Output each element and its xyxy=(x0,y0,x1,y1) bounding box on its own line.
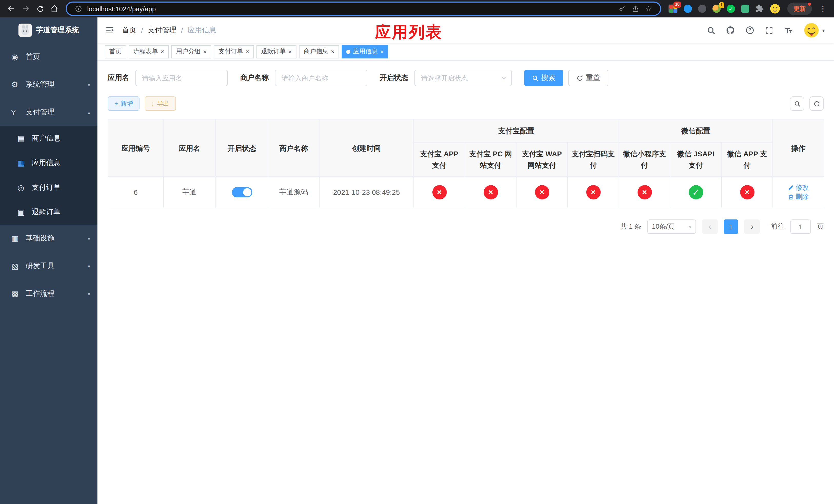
page-unit-label: 页 xyxy=(817,222,824,231)
browser-forward-icon[interactable] xyxy=(19,2,33,16)
merchant-name-input[interactable] xyxy=(275,70,367,86)
search-button[interactable]: 搜索 xyxy=(524,70,563,86)
tab-user-group[interactable]: 用户分组× xyxy=(171,45,211,58)
password-key-icon[interactable] xyxy=(615,5,629,12)
browser-home-icon[interactable] xyxy=(47,2,62,16)
tab-pay-order[interactable]: 支付订单× xyxy=(214,45,254,58)
status-toggle[interactable] xyxy=(232,187,252,198)
browser-menu-kebab-icon[interactable]: ⋮ xyxy=(816,4,830,13)
sidebar-item-refund-order[interactable]: ▣ 退款订单 xyxy=(0,200,97,225)
tab-close-icon[interactable]: × xyxy=(160,48,164,54)
add-button[interactable]: + 新增 xyxy=(108,96,139,111)
sidebar-item-system[interactable]: ⚙ 系统管理 ▾ xyxy=(0,71,97,98)
app-logo xyxy=(19,24,32,37)
browser-reload-icon[interactable] xyxy=(33,2,47,16)
pencil-icon xyxy=(788,185,794,191)
app-logo-row[interactable]: 芋道管理系统 xyxy=(0,18,97,43)
top-navbar: 首页 / 支付管理 / 应用信息 xyxy=(97,18,834,43)
tab-close-icon[interactable]: × xyxy=(203,48,207,54)
font-size-icon[interactable] xyxy=(778,18,798,43)
sidebar-item-devtools[interactable]: ▧ 研发工具 ▾ xyxy=(0,252,97,280)
extension-check-icon[interactable]: ✓ xyxy=(727,5,735,13)
merchant-name-label: 商户名称 xyxy=(240,73,269,83)
col-wx-mini: 微信小程序支付 xyxy=(619,142,670,177)
wx-mini-disabled-icon: × xyxy=(637,185,652,200)
table-toolbar: + 新增 ↓ 导出 xyxy=(108,96,824,111)
site-info-icon[interactable] xyxy=(72,5,85,12)
sidebar-item-merchant-info[interactable]: ▤ 商户信息 xyxy=(0,126,97,151)
toggle-search-button[interactable] xyxy=(790,96,804,111)
export-button[interactable]: ↓ 导出 xyxy=(145,96,176,111)
sidebar-item-pay-order[interactable]: ◎ 支付订单 xyxy=(0,175,97,200)
alipay-pc-disabled-icon: × xyxy=(483,185,498,200)
filter-form: 应用名 商户名称 开启状态 搜索 xyxy=(108,70,824,86)
share-icon[interactable] xyxy=(629,5,642,12)
goto-label: 前往 xyxy=(771,222,784,231)
tab-close-icon[interactable]: × xyxy=(288,48,292,54)
cell-create-time: 2021-10-23 08:49:25 xyxy=(319,177,414,208)
fullscreen-icon[interactable] xyxy=(760,18,778,43)
extension-drop-icon[interactable] xyxy=(684,5,692,13)
browser-update-button[interactable]: 更新 xyxy=(787,3,812,15)
page-size-select[interactable]: 10条/页 ▾ xyxy=(647,220,696,234)
tab-app-info[interactable]: 应用信息× xyxy=(342,45,388,58)
user-avatar[interactable]: ▾ xyxy=(804,23,825,38)
sidebar-item-infrastructure[interactable]: ▥ 基础设施 ▾ xyxy=(0,225,97,252)
refresh-icon xyxy=(813,100,820,107)
breadcrumb-home[interactable]: 首页 xyxy=(122,26,136,35)
reset-button[interactable]: 重置 xyxy=(568,70,608,86)
sidebar-fold-icon[interactable] xyxy=(97,18,122,43)
status-label: 开启状态 xyxy=(379,73,408,83)
browser-back-icon[interactable] xyxy=(4,2,19,16)
tab-close-icon[interactable]: × xyxy=(331,48,334,54)
url-bar[interactable]: localhost:1024/pay/app ☆ xyxy=(66,2,661,16)
card-icon: ▤ xyxy=(18,134,30,143)
alipay-wap-disabled-icon: × xyxy=(535,185,549,200)
tab-process-form[interactable]: 流程表单× xyxy=(129,45,169,58)
extension-badge: 10 xyxy=(674,2,681,8)
page-number-1[interactable]: 1 xyxy=(724,220,738,234)
status-select[interactable] xyxy=(414,70,512,86)
chevron-down-icon: ▾ xyxy=(822,27,825,33)
col-alipay-app: 支付宝 APP 支付 xyxy=(414,142,465,177)
app-name-input[interactable] xyxy=(135,70,228,86)
breadcrumb: 首页 / 支付管理 / 应用信息 xyxy=(122,26,216,35)
extension-dark-icon[interactable] xyxy=(698,5,706,13)
chevron-down-icon: ▾ xyxy=(88,263,90,269)
tab-close-icon[interactable]: × xyxy=(380,48,384,54)
chevron-down-icon: ▾ xyxy=(689,224,692,229)
tab-close-icon[interactable]: × xyxy=(246,48,249,54)
col-alipay-qr: 支付宝扫码支付 xyxy=(568,142,619,177)
extension-badge: 1 xyxy=(719,2,724,8)
header-search-icon[interactable] xyxy=(702,18,721,43)
github-icon[interactable] xyxy=(721,18,740,43)
col-app-id: 应用编号 xyxy=(108,119,163,177)
tags-view-bar: 首页 流程表单× 用户分组× 支付订单× 退款订单× 商户信息× 应用信息× xyxy=(97,43,834,61)
refresh-table-button[interactable] xyxy=(809,96,824,111)
extension-grid-icon[interactable]: 10 xyxy=(668,4,678,13)
prev-page-button[interactable]: ‹ xyxy=(702,220,718,234)
browser-profile-avatar[interactable] xyxy=(770,4,780,14)
download-icon: ↓ xyxy=(151,100,154,107)
bookmark-star-icon[interactable]: ☆ xyxy=(642,4,655,13)
col-status: 开启状态 xyxy=(216,119,268,177)
tab-home[interactable]: 首页 xyxy=(105,45,126,58)
sidebar-item-payment[interactable]: ¥ 支付管理 ▴ xyxy=(0,98,97,126)
tab-refund-order[interactable]: 退款订单× xyxy=(257,45,297,58)
tab-merchant-info[interactable]: 商户信息× xyxy=(299,45,339,58)
goto-page-input[interactable] xyxy=(790,220,811,234)
help-question-icon[interactable] xyxy=(740,18,760,43)
extension-avatar-icon[interactable]: 1 xyxy=(712,5,721,13)
extension-vue-icon[interactable] xyxy=(741,5,749,13)
delete-link[interactable]: 删除 xyxy=(788,192,809,202)
sidebar-item-app-info[interactable]: ▦ 应用信息 xyxy=(0,151,97,175)
tools-icon: ▧ xyxy=(11,261,24,271)
next-page-button[interactable]: › xyxy=(744,220,760,234)
breadcrumb-payment[interactable]: 支付管理 xyxy=(148,26,176,35)
extensions-area: 10 1 ✓ 更新 ⋮ xyxy=(665,3,830,15)
edit-link[interactable]: 修改 xyxy=(788,183,809,192)
sidebar-item-workflow[interactable]: ▩ 工作流程 ▾ xyxy=(0,280,97,307)
extensions-puzzle-icon[interactable] xyxy=(755,5,764,13)
sidebar-item-home[interactable]: ◉ 首页 xyxy=(0,43,97,71)
gear-icon: ⚙ xyxy=(11,80,24,89)
